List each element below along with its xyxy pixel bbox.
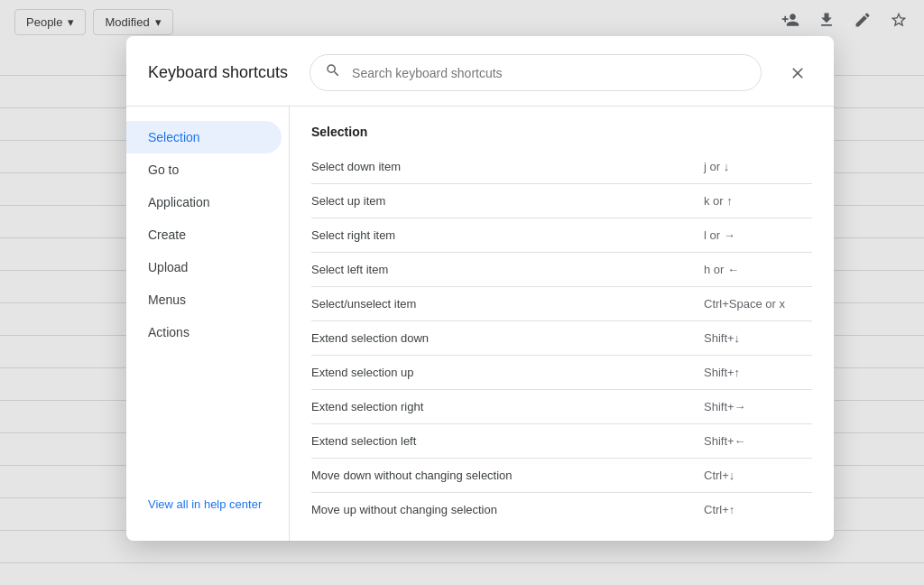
modal-header: Keyboard shortcuts bbox=[126, 36, 834, 106]
shortcut-row: Extend selection downShift+↓ bbox=[311, 321, 812, 356]
shortcut-key: l or → bbox=[704, 228, 812, 242]
shortcut-key: Shift+← bbox=[704, 434, 812, 448]
sidebar: SelectionGo toApplicationCreateUploadMen… bbox=[126, 107, 289, 541]
search-bar[interactable] bbox=[310, 54, 762, 91]
sidebar-item-upload[interactable]: Upload bbox=[126, 251, 282, 283]
shortcut-description: Move down without changing selection bbox=[311, 469, 689, 482]
shortcut-description: Select up item bbox=[311, 194, 689, 208]
sidebar-item-actions[interactable]: Actions bbox=[126, 316, 282, 348]
shortcut-row: Select left itemh or ← bbox=[311, 253, 812, 287]
shortcut-description: Extend selection up bbox=[311, 366, 689, 379]
shortcut-key: h or ← bbox=[704, 263, 812, 276]
keyboard-shortcuts-modal: Keyboard shortcuts SelectionGo toApplica… bbox=[126, 36, 834, 541]
shortcut-row: Select up itemk or ↑ bbox=[311, 184, 812, 218]
sidebar-nav: SelectionGo toApplicationCreateUploadMen… bbox=[126, 121, 289, 348]
shortcut-key: Shift+↓ bbox=[704, 331, 812, 345]
shortcut-description: Select down item bbox=[311, 160, 689, 173]
modal-title: Keyboard shortcuts bbox=[148, 63, 288, 82]
sidebar-item-menus[interactable]: Menus bbox=[126, 283, 282, 316]
shortcut-key: Ctrl+Space or x bbox=[704, 297, 812, 311]
sidebar-item-selection[interactable]: Selection bbox=[126, 121, 282, 153]
shortcut-description: Move up without changing selection bbox=[311, 503, 689, 516]
shortcut-key: Ctrl+↑ bbox=[704, 503, 812, 516]
shortcut-row: Move up without changing selectionCtrl+↑ bbox=[311, 493, 812, 526]
shortcut-key: k or ↑ bbox=[704, 194, 812, 208]
shortcut-row: Extend selection rightShift+→ bbox=[311, 390, 812, 424]
close-button[interactable] bbox=[783, 59, 812, 88]
shortcut-key: j or ↓ bbox=[704, 160, 812, 173]
shortcut-description: Select/unselect item bbox=[311, 297, 689, 311]
help-center-link[interactable]: View all in help center bbox=[148, 497, 262, 511]
shortcut-row: Select/unselect itemCtrl+Space or x bbox=[311, 287, 812, 321]
shortcut-row: Extend selection upShift+↑ bbox=[311, 356, 812, 390]
content-area: Selection Select down itemj or ↓Select u… bbox=[290, 107, 834, 541]
modal-body: SelectionGo toApplicationCreateUploadMen… bbox=[126, 106, 834, 541]
shortcut-description: Select right item bbox=[311, 228, 689, 242]
sidebar-item-application[interactable]: Application bbox=[126, 186, 282, 218]
shortcut-row: Move down without changing selectionCtrl… bbox=[311, 459, 812, 493]
search-icon bbox=[325, 62, 341, 83]
section-title: Selection bbox=[311, 121, 812, 143]
shortcut-description: Extend selection right bbox=[311, 400, 689, 413]
shortcut-key: Ctrl+↓ bbox=[704, 469, 812, 482]
shortcut-row: Select right iteml or → bbox=[311, 218, 812, 253]
search-input[interactable] bbox=[352, 66, 746, 80]
shortcut-row: Extend selection leftShift+← bbox=[311, 424, 812, 459]
shortcut-row: Select down itemj or ↓ bbox=[311, 150, 812, 184]
shortcut-description: Select left item bbox=[311, 263, 689, 276]
sidebar-item-create[interactable]: Create bbox=[126, 218, 282, 251]
shortcut-description: Extend selection down bbox=[311, 331, 689, 345]
sidebar-item-go-to[interactable]: Go to bbox=[126, 153, 282, 186]
shortcut-description: Extend selection left bbox=[311, 434, 689, 448]
shortcut-key: Shift+↑ bbox=[704, 366, 812, 379]
sidebar-footer: View all in help center bbox=[126, 481, 289, 526]
shortcut-key: Shift+→ bbox=[704, 400, 812, 413]
shortcuts-list: Select down itemj or ↓Select up itemk or… bbox=[311, 150, 812, 526]
